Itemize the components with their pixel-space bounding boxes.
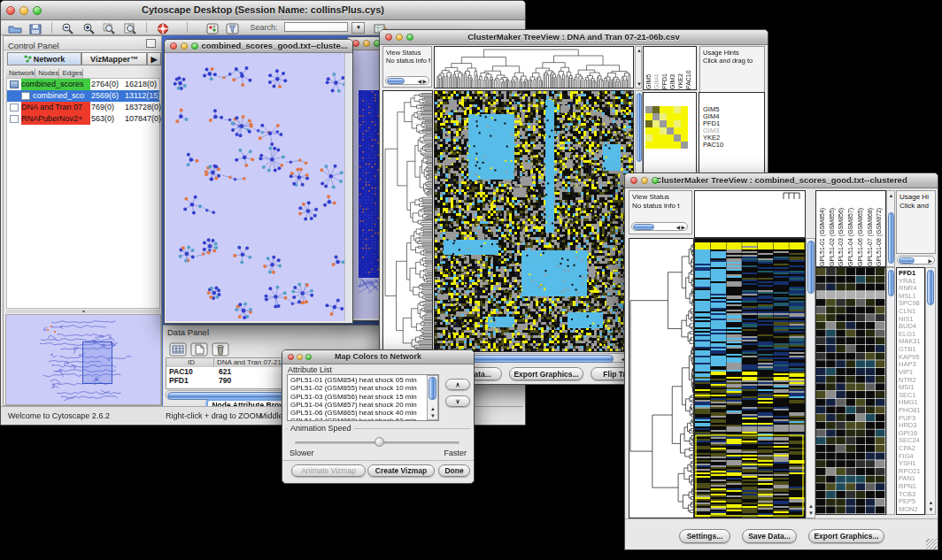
minimize-button[interactable]: [363, 40, 370, 47]
tv1-status-scrollbar[interactable]: ◀ ▶: [385, 76, 429, 85]
attribute-list-item[interactable]: GPL51-04 (GSM857) heat shock 20 min: [290, 401, 438, 409]
tv2-status-scrollbar[interactable]: ◀ ▶: [631, 222, 688, 231]
tv1-column-label: GIM3: [669, 49, 677, 89]
close-button[interactable]: [170, 42, 177, 50]
control-panel: Control Panel NetworkVizMapper™▶ Network…: [3, 35, 162, 406]
overview-viewport-rect[interactable]: [82, 341, 112, 384]
attribute-list-item[interactable]: GPL51-03 (GSM856) heat shock 15 min: [290, 393, 438, 401]
network-edges-count: 107847(0): [125, 113, 161, 125]
tv2-zoom-heatmap[interactable]: [815, 267, 886, 515]
main-title-bar[interactable]: Cytoscape Desktop (Session Name: collins…: [1, 1, 525, 20]
move-attribute-down-button[interactable]: ∨: [445, 395, 470, 407]
close-button[interactable]: [6, 6, 15, 15]
minimize-button[interactable]: [181, 42, 188, 50]
zoom-window-button[interactable]: [191, 42, 198, 50]
tv2-usage-line: Click and: [900, 202, 929, 210]
attribute-list-item[interactable]: GPL51-06 (GSM865) heat shock 40 min: [290, 409, 438, 417]
treeview2-window[interactable]: ClusterMaker TreeView : combined_scores_…: [624, 173, 938, 550]
close-button[interactable]: [288, 354, 294, 360]
attribute-list-item[interactable]: GPL51-02 (GSM855) heat shock 10 min: [290, 384, 438, 392]
control-panel-title: Control Panel: [4, 41, 59, 50]
tv1-column-label: PAC10: [685, 49, 693, 89]
network1-canvas[interactable]: [166, 53, 344, 321]
tv2-row-dendrogram[interactable]: [629, 238, 694, 518]
tv2-gene-scrollbar[interactable]: ▲▼: [925, 267, 936, 515]
tv1-global-heatmap[interactable]: [434, 90, 634, 352]
attr-col-id[interactable]: ID: [166, 358, 214, 367]
dialog-title-bar[interactable]: Map Colors to Network: [282, 350, 474, 364]
map-colors-dialog[interactable]: Map Colors to Network Attribute List GPL…: [282, 349, 475, 484]
tv1-gene-label[interactable]: PAC10: [703, 142, 764, 149]
create-vizmap-button[interactable]: Create Vizmap: [367, 464, 435, 477]
tv2-gene-label[interactable]: MON2: [899, 506, 924, 514]
zoom-window-button[interactable]: [652, 177, 659, 184]
tv2-settings-button[interactable]: Settings...: [679, 529, 730, 543]
network-list-row[interactable]: RNAPuberNov2+ 563(0) 107847(0): [7, 113, 159, 125]
tv2-usage-scrollbar[interactable]: ▶: [897, 256, 935, 265]
attribute-list-scrollbar[interactable]: ▲▼: [427, 375, 438, 420]
network-list-row[interactable]: combined_sco 2569(6) 13112(15): [7, 90, 159, 102]
zoom-window-button[interactable]: [33, 6, 42, 15]
network-table-header: NetworkNodesEdges: [6, 68, 160, 78]
network-file-icon: [21, 92, 30, 100]
control-panel-tab[interactable]: Network: [7, 52, 81, 65]
tv2-column-label: GPL51-08 (GSM872): [876, 192, 885, 266]
control-panel-tab[interactable]: ▶: [147, 52, 161, 65]
close-button[interactable]: [352, 40, 359, 47]
animation-speed-label: Animation Speed: [288, 424, 354, 433]
minimize-button[interactable]: [641, 177, 648, 184]
tv2-column-dendrogram[interactable]: [694, 190, 806, 238]
tv2-zoom-scrollbar[interactable]: [886, 267, 895, 515]
status-zoom-hint: Right-click + drag to ZOOM: [166, 411, 262, 420]
minimize-button[interactable]: [297, 354, 303, 360]
minimize-button[interactable]: [19, 6, 28, 15]
float-panel-icon[interactable]: [146, 39, 156, 48]
tv2-column-labels: GPL51-01 (GSM854)GPL51-02 (GSM855)GPL51-…: [815, 190, 886, 267]
zoom-window-button[interactable]: [305, 354, 312, 360]
move-attribute-up-button[interactable]: ∧: [445, 379, 470, 390]
treeview1-title: ClusterMaker TreeView : DNA and Tran 07-…: [380, 30, 768, 44]
network-table-header-cell[interactable]: Nodes: [35, 68, 59, 78]
attribute-list-item[interactable]: GPL51-01 (GSM854) heat shock 05 min: [290, 376, 438, 384]
close-button[interactable]: [630, 177, 637, 184]
tv1-top-scrollbar[interactable]: ▲▼: [635, 46, 642, 88]
panel-splitter[interactable]: [6, 310, 160, 313]
search-dropdown-button[interactable]: ▼: [351, 22, 365, 34]
search-input[interactable]: [284, 22, 348, 32]
slider-thumb[interactable]: [374, 437, 384, 447]
network-table-header-cell[interactable]: Edges: [59, 68, 83, 78]
treeview2-title-bar[interactable]: ClusterMaker TreeView : combined_scores_…: [625, 173, 938, 188]
minimize-button[interactable]: [396, 34, 403, 41]
done-button[interactable]: Done: [438, 464, 470, 477]
tv2-global-heatmap[interactable]: [694, 238, 806, 518]
tv1-row-dendrogram[interactable]: [382, 90, 433, 352]
zoom-window-button[interactable]: [406, 34, 413, 41]
network-view-window[interactable]: combined_scores_good.txt--cluste...: [164, 39, 353, 324]
network-list-row[interactable]: combined_scores 2764(0) 16218(0): [7, 79, 159, 90]
animation-slider[interactable]: [295, 441, 459, 444]
resize-grip[interactable]: [926, 539, 937, 549]
network-list-row[interactable]: DNA and Tran 07 769(0) 183728(0): [7, 102, 159, 113]
tv2-save-data-button[interactable]: Save Data...: [742, 529, 797, 543]
attr-id-cell: PAC10: [166, 367, 214, 376]
network1-vscrollbar[interactable]: [344, 53, 351, 321]
tv2-export-graphics-button[interactable]: Export Graphics...: [808, 529, 884, 543]
control-panel-tab[interactable]: VizMapper™: [81, 52, 147, 65]
tv2-column-label: GPL51-07 (GSM868): [867, 192, 876, 266]
tv1-export-graphics-button[interactable]: Export Graphics...: [509, 367, 583, 380]
network-file-icon: [10, 104, 19, 111]
close-button[interactable]: [385, 34, 392, 41]
treeview1-title-bar[interactable]: ClusterMaker TreeView : DNA and Tran 07-…: [380, 30, 768, 45]
tv2-label-scrollbar[interactable]: ▲: [886, 190, 895, 267]
attribute-list-item[interactable]: GPL51-07 (GSM868) heat shock 60 min: [290, 417, 438, 421]
tv2-vscrollbar[interactable]: ▲▼: [806, 238, 815, 518]
tv1-column-dendrogram[interactable]: [434, 46, 634, 88]
data-panel-title: Data Panel: [167, 327, 209, 337]
tv1-column-label: YKE2: [677, 49, 685, 89]
network-table-header-cell[interactable]: Network: [6, 68, 35, 78]
animate-vizmap-button[interactable]: Animate Vizmap: [291, 464, 366, 477]
network1-title-bar[interactable]: combined_scores_good.txt--cluste...: [165, 40, 352, 53]
network-overview-thumbnail[interactable]: [5, 314, 161, 405]
status-welcome: Welcome to Cytoscape 2.6.2: [8, 411, 110, 420]
animation-group: Animation Speed Slower Faster: [286, 428, 470, 459]
